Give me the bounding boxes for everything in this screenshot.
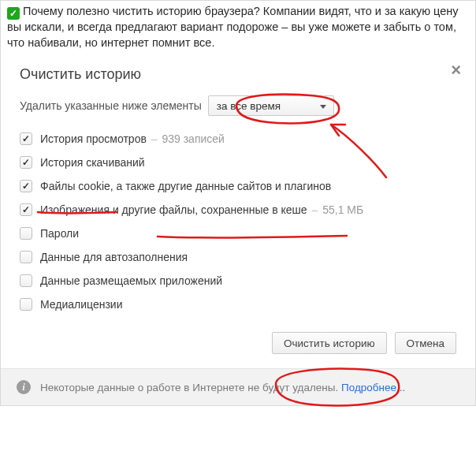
option-meta: 939 записей bbox=[162, 132, 224, 145]
list-item: Данные для автозаполнения bbox=[20, 245, 456, 269]
notice-text: Некоторые данные о работе в Интернете не… bbox=[40, 382, 405, 393]
option-label: Данные размещаемых приложений bbox=[40, 274, 222, 287]
option-label: Изображения и другие файлы, сохраненные … bbox=[40, 203, 307, 216]
option-label: Медиалицензии bbox=[40, 298, 123, 311]
option-meta: 55,1 МБ bbox=[322, 203, 363, 216]
list-item: Пароли bbox=[20, 222, 456, 245]
delete-range-label: Удалить указанные ниже элементы bbox=[20, 99, 202, 112]
tip-block: ✓Почему полезно чистить историю браузера… bbox=[1, 1, 475, 55]
close-icon[interactable]: × bbox=[451, 62, 461, 79]
option-label: История скачиваний bbox=[40, 156, 145, 169]
checkbox[interactable] bbox=[20, 274, 32, 287]
dialog-title: Очистить историю bbox=[20, 66, 141, 82]
tip-text: Почему полезно чистить историю браузера?… bbox=[7, 5, 459, 49]
checkbox[interactable] bbox=[20, 298, 32, 311]
checkbox[interactable] bbox=[20, 156, 32, 169]
clear-history-dialog: Очистить историю × Удалить указанные ниж… bbox=[1, 55, 475, 405]
check-icon: ✓ bbox=[7, 7, 20, 20]
checkbox[interactable] bbox=[20, 227, 32, 240]
list-item: История скачиваний bbox=[20, 151, 456, 174]
notice-bar: i Некоторые данные о работе в Интернете … bbox=[1, 368, 475, 405]
list-item: Данные размещаемых приложений bbox=[20, 269, 456, 293]
learn-more-link[interactable]: Подробнее... bbox=[341, 382, 405, 393]
list-item: Изображения и другие файлы, сохраненные … bbox=[20, 198, 456, 222]
checkbox[interactable] bbox=[20, 251, 32, 263]
option-label: Данные для автозаполнения bbox=[40, 251, 188, 263]
option-label: Пароли bbox=[40, 227, 79, 240]
checkbox[interactable] bbox=[20, 132, 32, 145]
option-label: История просмотров bbox=[40, 132, 147, 145]
time-range-value: за все время bbox=[217, 100, 281, 112]
checkbox[interactable] bbox=[20, 203, 32, 216]
option-label: Файлы cookie, а также другие данные сайт… bbox=[40, 180, 331, 192]
info-icon: i bbox=[17, 380, 31, 394]
options-list: История просмотров – 939 записей История… bbox=[20, 127, 456, 316]
list-item: Медиалицензии bbox=[20, 293, 456, 316]
list-item: История просмотров – 939 записей bbox=[20, 127, 456, 151]
checkbox[interactable] bbox=[20, 180, 32, 192]
cancel-button[interactable]: Отмена bbox=[395, 332, 456, 354]
time-range-select[interactable]: за все время bbox=[208, 95, 334, 116]
clear-history-button[interactable]: Очистить историю bbox=[272, 332, 387, 354]
list-item: Файлы cookie, а также другие данные сайт… bbox=[20, 174, 456, 198]
